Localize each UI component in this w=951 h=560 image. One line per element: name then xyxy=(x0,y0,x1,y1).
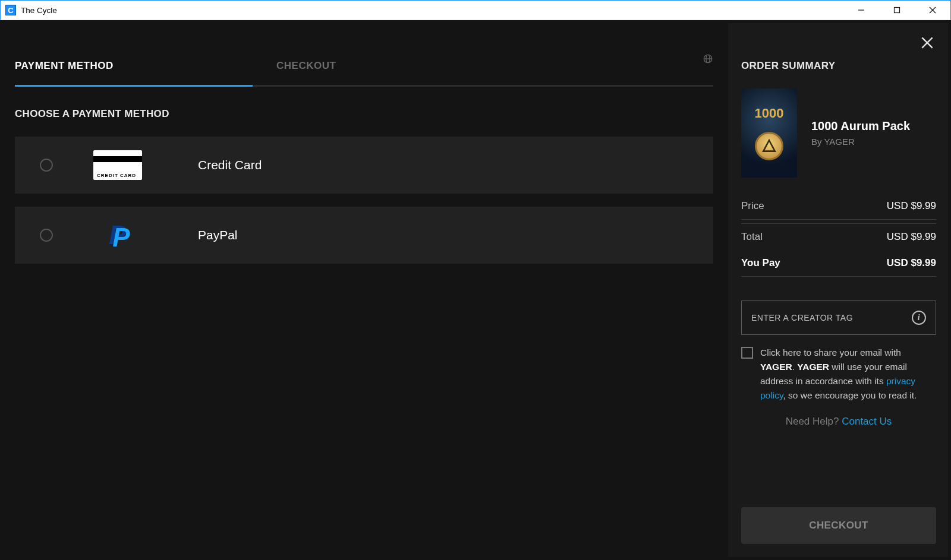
youpay-label: You Pay xyxy=(741,257,780,269)
product-meta: 1000 Aurum Pack By YAGER xyxy=(811,119,910,147)
price-row-total: Total USD $9.99 xyxy=(741,224,936,250)
total-label: Total xyxy=(741,231,763,243)
tabs: PAYMENT METHOD CHECKOUT xyxy=(15,35,703,85)
tabs-row: PAYMENT METHOD CHECKOUT xyxy=(3,35,725,85)
close-overlay-button[interactable] xyxy=(919,35,935,53)
payment-option-label: Credit Card xyxy=(198,158,262,172)
order-summary-panel: ORDER SUMMARY 1000 1000 Aurum Pack By YA… xyxy=(728,23,948,557)
svg-rect-1 xyxy=(895,8,900,13)
product-title: 1000 Aurum Pack xyxy=(811,119,910,133)
aurum-coin-icon xyxy=(755,132,783,160)
email-share-consent: Click here to share your email with YAGE… xyxy=(741,346,936,403)
credit-card-icon: CREDIT CARD xyxy=(91,150,144,180)
close-window-button[interactable] xyxy=(915,1,950,20)
price-row-youpay: You Pay USD $9.99 xyxy=(741,250,936,277)
title-bar-left: C The Cycle xyxy=(1,5,57,15)
tab-payment-method[interactable]: PAYMENT METHOD xyxy=(15,35,276,85)
payment-method-list: CREDIT CARD Credit Card PP PayPal xyxy=(3,137,725,264)
contact-us-link[interactable]: Contact Us xyxy=(842,416,892,427)
price-value: USD $9.99 xyxy=(887,200,936,212)
price-label: Price xyxy=(741,200,764,212)
product-row: 1000 1000 Aurum Pack By YAGER xyxy=(741,88,936,178)
info-icon[interactable]: i xyxy=(912,311,926,325)
need-help: Need Help? Contact Us xyxy=(741,416,936,428)
payment-option-label: PayPal xyxy=(198,228,238,242)
radio-paypal[interactable] xyxy=(40,229,53,242)
thumb-amount: 1000 xyxy=(755,106,784,121)
globe-icon[interactable] xyxy=(703,53,713,67)
order-summary-heading: ORDER SUMMARY xyxy=(741,60,936,72)
creator-tag-placeholder: ENTER A CREATOR TAG xyxy=(751,313,853,322)
minimize-button[interactable] xyxy=(843,1,879,20)
section-title: CHOOSE A PAYMENT METHOD xyxy=(15,108,713,120)
checkout-button[interactable]: CHECKOUT xyxy=(741,507,936,544)
radio-credit-card[interactable] xyxy=(40,159,53,172)
consent-checkbox[interactable] xyxy=(741,347,753,359)
tab-underline xyxy=(15,85,713,87)
payment-option-credit-card[interactable]: CREDIT CARD Credit Card xyxy=(15,137,713,194)
maximize-button[interactable] xyxy=(879,1,915,20)
product-by: By YAGER xyxy=(811,137,910,147)
tab-checkout[interactable]: CHECKOUT xyxy=(276,35,538,85)
title-bar: C The Cycle xyxy=(0,0,951,20)
youpay-value: USD $9.99 xyxy=(887,257,936,269)
payment-option-paypal[interactable]: PP PayPal xyxy=(15,207,713,264)
tab-active-indicator xyxy=(15,85,253,87)
app-body: PAYMENT METHOD CHECKOUT CHOOSE A PAYMENT… xyxy=(0,20,951,560)
left-panel: PAYMENT METHOD CHECKOUT CHOOSE A PAYMENT… xyxy=(3,23,725,557)
price-row-price: Price USD $9.99 xyxy=(741,193,936,220)
window-controls xyxy=(843,1,950,20)
creator-tag-input[interactable]: ENTER A CREATOR TAG i xyxy=(741,300,936,335)
paypal-icon: PP xyxy=(91,220,144,250)
consent-text: Click here to share your email with YAGE… xyxy=(760,346,936,403)
app-icon: C xyxy=(5,5,16,15)
credit-card-icon-text: CREDIT CARD xyxy=(97,173,136,178)
window-title: The Cycle xyxy=(21,6,57,15)
price-list: Price USD $9.99 Total USD $9.99 You Pay … xyxy=(741,193,936,277)
product-thumbnail: 1000 xyxy=(741,88,797,178)
total-value: USD $9.99 xyxy=(887,231,936,243)
